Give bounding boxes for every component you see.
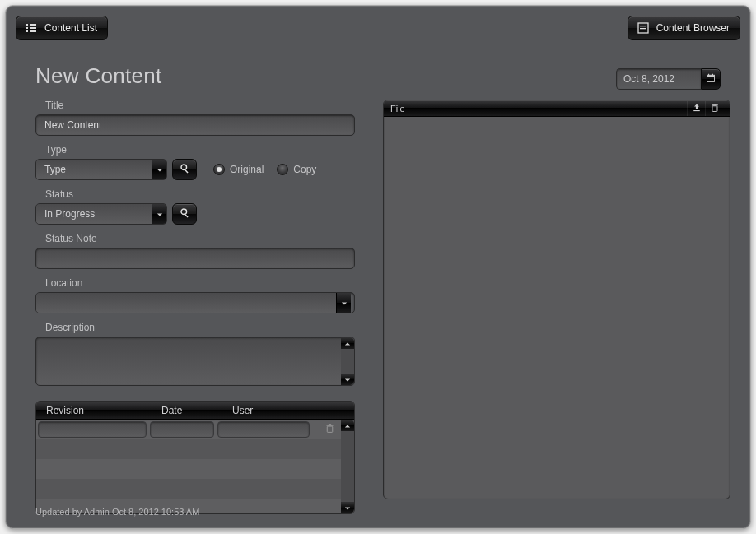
location-combo[interactable]	[35, 292, 355, 313]
content-list-label: Content List	[44, 22, 97, 34]
chevron-up-icon	[344, 418, 351, 433]
svg-rect-0	[26, 24, 28, 26]
upload-icon	[692, 103, 702, 114]
description-value	[36, 337, 341, 385]
svg-point-13	[181, 165, 187, 170]
file-panel-title: File	[390, 104, 405, 114]
file-column: File	[383, 100, 730, 499]
page-title: New Content	[35, 63, 162, 89]
delete-file-button[interactable]	[705, 101, 723, 116]
user-cell[interactable]	[217, 421, 310, 438]
radio-copy-label: Copy	[293, 164, 316, 175]
radio-original-label: Original	[230, 164, 264, 175]
status-combo-value: In Progress	[36, 204, 152, 224]
revisions-body	[36, 420, 341, 513]
revision-cell[interactable]	[38, 421, 147, 438]
status-combo[interactable]: In Progress	[35, 203, 167, 225]
footer-status: Updated by Admin Oct 8, 2012 10:53 AM	[35, 507, 199, 517]
status-search-button[interactable]	[172, 203, 197, 225]
svg-rect-18	[326, 425, 333, 425]
svg-rect-8	[640, 28, 646, 29]
scroll-up-button[interactable]	[341, 337, 354, 349]
svg-rect-4	[26, 30, 28, 32]
form-column: Title Type Type Original C	[35, 100, 355, 514]
svg-rect-17	[327, 426, 333, 432]
type-label: Type	[45, 144, 355, 156]
location-combo-arrow[interactable]	[336, 293, 351, 313]
svg-rect-3	[30, 27, 36, 29]
content-browser-label: Content Browser	[656, 22, 730, 34]
file-panel-header: File	[384, 100, 730, 117]
calendar-icon	[706, 72, 716, 86]
scroll-up-button[interactable]	[341, 420, 354, 431]
location-label: Location	[45, 277, 355, 289]
content-editor-window: Content List Content Browser New Content…	[5, 5, 751, 529]
scroll-down-button[interactable]	[341, 502, 354, 513]
svg-rect-14	[184, 170, 188, 174]
status-combo-arrow[interactable]	[152, 204, 166, 224]
trash-icon	[710, 103, 720, 114]
calendar-button[interactable]	[701, 68, 721, 90]
date-field	[616, 68, 721, 90]
svg-rect-11	[708, 74, 709, 76]
status-note-input[interactable]	[35, 248, 355, 269]
table-row	[36, 459, 341, 479]
revisions-header: Revision Date User	[36, 402, 354, 420]
topbar: Content List Content Browser	[16, 16, 740, 40]
title-label: Title	[45, 100, 355, 111]
browser-icon	[637, 21, 650, 35]
svg-point-15	[181, 209, 187, 215]
content-browser-button[interactable]: Content Browser	[628, 16, 740, 40]
location-combo-value	[36, 293, 336, 313]
list-icon	[25, 21, 38, 35]
svg-rect-20	[693, 110, 700, 111]
table-row[interactable]	[36, 420, 341, 439]
date-input[interactable]	[616, 68, 701, 90]
radio-original[interactable]	[213, 164, 225, 175]
search-icon	[180, 162, 190, 177]
col-revision[interactable]: Revision	[36, 402, 152, 419]
svg-rect-22	[712, 104, 718, 105]
status-note-label: Status Note	[45, 233, 355, 244]
revisions-table: Revision Date User	[35, 401, 355, 514]
col-date[interactable]: Date	[152, 402, 222, 419]
svg-rect-12	[712, 74, 713, 76]
trash-icon	[324, 422, 335, 437]
svg-rect-2	[26, 27, 28, 29]
radio-copy[interactable]	[277, 164, 288, 175]
type-search-button[interactable]	[172, 159, 197, 180]
chevron-down-icon	[156, 207, 163, 221]
svg-rect-10	[707, 75, 715, 77]
chevron-down-icon	[341, 295, 348, 310]
status-label: Status	[45, 188, 355, 200]
svg-rect-5	[30, 30, 36, 32]
svg-rect-19	[328, 424, 330, 425]
col-user[interactable]: User	[222, 402, 354, 419]
delete-row-button[interactable]	[321, 421, 338, 438]
origin-radio-group: Original Copy	[213, 164, 324, 175]
type-combo-value: Type	[36, 160, 152, 179]
svg-rect-23	[713, 104, 716, 104]
chevron-up-icon	[344, 337, 351, 351]
svg-rect-1	[30, 24, 36, 26]
search-icon	[180, 207, 190, 221]
upload-file-button[interactable]	[687, 101, 705, 116]
description-scrollbar[interactable]	[341, 337, 354, 385]
title-input[interactable]	[35, 114, 355, 136]
svg-rect-7	[640, 26, 646, 26]
date-cell[interactable]	[150, 421, 214, 438]
chevron-down-icon	[156, 162, 163, 177]
svg-rect-21	[712, 105, 717, 111]
svg-rect-16	[184, 215, 188, 218]
description-textarea[interactable]	[35, 337, 355, 386]
type-combo[interactable]: Type	[35, 159, 167, 180]
content-list-button[interactable]: Content List	[16, 16, 108, 40]
type-combo-arrow[interactable]	[152, 160, 166, 179]
revisions-scrollbar[interactable]	[341, 420, 354, 513]
description-label: Description	[45, 322, 355, 333]
chevron-down-icon	[344, 372, 351, 386]
table-row	[36, 479, 341, 499]
chevron-down-icon	[344, 500, 351, 514]
scroll-down-button[interactable]	[341, 374, 354, 385]
table-row	[36, 439, 341, 459]
